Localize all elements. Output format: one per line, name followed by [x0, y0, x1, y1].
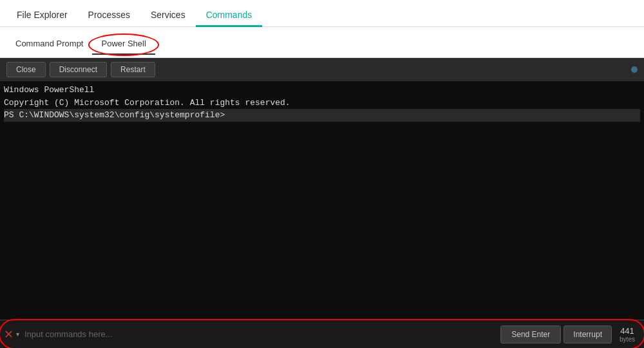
command-input[interactable]: [24, 329, 500, 339]
terminal-input-bar: ✕ ▾ Send Enter Interrupt 441 bytes: [0, 320, 644, 348]
sub-tab-command-prompt[interactable]: Command Prompt: [6, 35, 92, 55]
terminal-line: Windows PowerShell: [4, 84, 640, 97]
tab-commands[interactable]: Commands: [196, 5, 263, 27]
terminal-line: PS C:\WINDOWS\system32\config\systemprof…: [4, 109, 640, 122]
send-enter-button[interactable]: Send Enter: [500, 325, 561, 343]
restart-button[interactable]: Restart: [111, 62, 155, 77]
bytes-info: 441 bytes: [614, 326, 640, 343]
terminal-output: Windows PowerShellCopyright (C) Microsof…: [0, 81, 644, 320]
top-nav: File Explorer Processes Services Command…: [0, 0, 644, 27]
terminal-line: Copyright (C) Microsoft Corporation. All…: [4, 97, 640, 110]
terminal-toolbar: Close Disconnect Restart: [0, 58, 644, 81]
sub-nav: Command Prompt Power Shell: [0, 27, 644, 58]
interrupt-button[interactable]: Interrupt: [564, 325, 612, 343]
tab-file-explorer[interactable]: File Explorer: [6, 5, 78, 27]
status-dot: [631, 66, 638, 73]
tab-processes[interactable]: Processes: [78, 5, 140, 27]
terminal-container: Close Disconnect Restart Windows PowerSh…: [0, 58, 644, 320]
disconnect-button[interactable]: Disconnect: [50, 62, 107, 77]
close-button[interactable]: Close: [6, 62, 46, 77]
bytes-label: bytes: [614, 336, 640, 343]
bytes-value: 441: [614, 326, 640, 336]
loading-icon: ✕: [4, 327, 14, 342]
sub-tab-power-shell[interactable]: Power Shell: [92, 35, 155, 55]
tab-services[interactable]: Services: [140, 5, 196, 27]
dropdown-arrow-icon[interactable]: ▾: [16, 331, 19, 338]
